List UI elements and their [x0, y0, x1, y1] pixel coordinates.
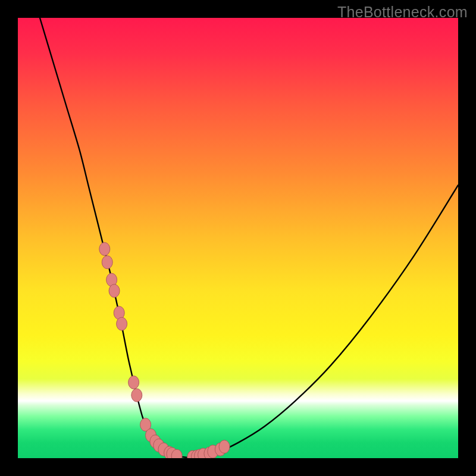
curve-layer — [18, 18, 458, 458]
curve-marker — [219, 440, 230, 453]
curve-marker — [129, 376, 139, 389]
curve-marker — [102, 256, 112, 269]
chart-frame: TheBottleneck.com — [0, 0, 476, 476]
curve-marker — [131, 389, 142, 402]
curve-marker — [109, 284, 120, 298]
curve-marker — [99, 243, 110, 256]
plot-area — [18, 18, 458, 458]
curve-markers — [99, 243, 230, 459]
bottleneck-curve — [40, 18, 458, 458]
watermark-text: TheBottleneck.com — [337, 4, 468, 21]
curve-marker — [117, 317, 127, 330]
